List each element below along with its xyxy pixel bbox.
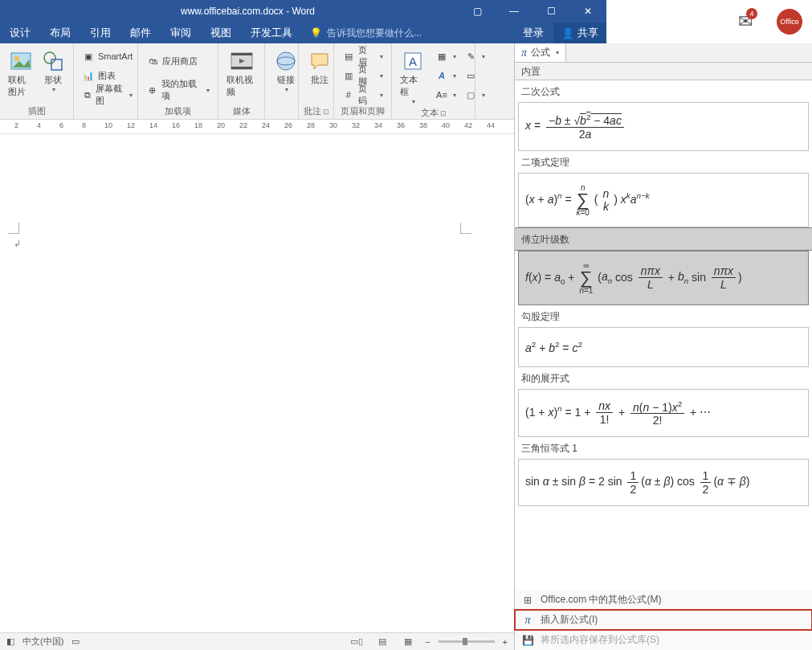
tab-developer[interactable]: 开发工具 [241, 22, 302, 43]
share-icon: 👤 [561, 27, 574, 39]
my-addins-button[interactable]: ⊕我的加载项▾ [143, 80, 213, 100]
maximize-button[interactable]: ☐ [532, 0, 569, 22]
tab-references[interactable]: 引用 [80, 22, 120, 43]
equation-quadratic-label: 二次公式 [515, 80, 812, 102]
group-addins-label: 加载项 [165, 105, 191, 117]
chevron-down-icon: ▾ [52, 86, 55, 93]
wordart-button[interactable]: A▾ [432, 66, 459, 85]
group-headerfooter-label: 页眉和页脚 [341, 105, 385, 117]
textbox-icon: A [400, 48, 426, 74]
signature-icon: ✎ [464, 50, 477, 63]
equation-dropdown-button[interactable]: π 公式 ▾ [515, 43, 566, 62]
screenshot-button[interactable]: ⧉屏幕截图▾ [79, 85, 136, 104]
ruler-tick: 20 [217, 121, 225, 129]
ruler-tick: 26 [284, 121, 292, 129]
store-button[interactable]: 🛍应用商店 [143, 51, 213, 71]
tab-mailings[interactable]: 邮件 [120, 22, 161, 43]
web-layout-button[interactable]: ▦ [399, 636, 417, 648]
window-title: www.officebai.com.docx - Word [37, 6, 459, 17]
quickparts-button[interactable]: ▦▾ [432, 47, 459, 66]
page-corner [8, 223, 19, 234]
zoom-out-button[interactable]: − [425, 637, 430, 647]
ruler-tick: 30 [329, 121, 337, 129]
svg-point-7 [277, 52, 295, 70]
equation-insert-new[interactable]: π 插入新公式(I) [515, 610, 812, 630]
page-corner [460, 223, 471, 234]
object-button[interactable]: ▢▾ [461, 85, 488, 104]
language-status[interactable]: 中文(中国) [22, 636, 63, 648]
paragraph-mark: ↲ [14, 239, 21, 249]
tab-design[interactable]: 设计 [0, 22, 40, 43]
comment-button[interactable]: 批注 [304, 47, 336, 105]
pi-icon: π [521, 47, 527, 59]
save-icon: 💾 [521, 634, 534, 647]
macro-icon[interactable]: ▭ [71, 636, 80, 647]
ruler-tick: 32 [352, 121, 360, 129]
comment-icon [307, 48, 333, 74]
read-mode-button[interactable]: ▭▯ [348, 636, 365, 648]
equation-trig[interactable]: sin α ± sin β = 2 sin 12(α ± β) cos 12(α… [518, 459, 809, 506]
mail-notification[interactable]: ✉ 4 [738, 11, 753, 32]
equation-pythag-label: 勾股定理 [515, 305, 812, 327]
ruler-tick: 4 [37, 121, 41, 129]
tab-review[interactable]: 审阅 [161, 22, 201, 43]
login-link[interactable]: 登录 [513, 26, 553, 40]
tab-layout[interactable]: 布局 [40, 22, 80, 43]
group-comments-label: 批注 [304, 105, 321, 117]
equation-expand[interactable]: (1 + x)n = 1 + nx1! + n(n − 1)x22! + ⋯ [518, 389, 809, 438]
signature-button[interactable]: ✎▾ [461, 47, 488, 66]
picture-icon [8, 48, 34, 74]
smartart-button[interactable]: ▣SmartArt [79, 47, 136, 66]
share-button[interactable]: 👤 共享 [553, 22, 606, 43]
minimize-button[interactable]: — [496, 0, 532, 22]
chart-icon: 📊 [82, 69, 95, 82]
equation-expand-label: 和的展开式 [515, 367, 812, 389]
document-canvas[interactable]: ↲ [0, 134, 514, 626]
screenshot-icon: ⧉ [82, 88, 92, 101]
textbox-button[interactable]: A 文本框▾ [397, 47, 429, 107]
equation-trig-label: 三角恒等式 1 [515, 437, 812, 459]
office-badge[interactable]: Office [777, 9, 802, 35]
online-video-button[interactable]: 联机视频 [223, 47, 259, 105]
pagenum-icon: # [342, 88, 355, 101]
group-illustrations-label: 插图 [28, 105, 46, 117]
dropcap-button[interactable]: A≡▾ [432, 85, 459, 104]
ruler-tick: 10 [104, 121, 112, 129]
video-icon [229, 48, 255, 74]
header-icon: ▤ [342, 50, 355, 63]
object-icon: ▢ [464, 88, 477, 101]
ruler-tick: 38 [419, 121, 427, 129]
online-pictures-button[interactable]: 联机图片 [5, 47, 37, 105]
ribbon-collapse[interactable]: ▢ [459, 6, 496, 17]
svg-point-1 [14, 56, 19, 61]
section-icon[interactable]: ◧ [6, 636, 14, 647]
equation-binomial[interactable]: (x + a)n = n∑k=0 (nk) xkan−k [518, 173, 809, 227]
ruler-tick: 12 [127, 121, 135, 129]
ruler-tick: 2 [14, 121, 18, 129]
equation-fourier[interactable]: f(x) = a0 + ∞∑n=1 (an cos nπxL + bn sin … [518, 251, 809, 305]
links-button[interactable]: 链接▾ [270, 47, 302, 117]
shapes-button[interactable]: 形状 ▾ [37, 47, 69, 105]
svg-text:A: A [409, 55, 417, 68]
print-layout-button[interactable]: ▤ [373, 636, 391, 648]
horizontal-ruler[interactable]: 2468101214161820222426283032343638404244 [0, 120, 514, 134]
close-button[interactable]: ✕ [569, 0, 606, 22]
smartart-icon: ▣ [82, 50, 95, 63]
datetime-button[interactable]: ▭ [461, 66, 488, 85]
tab-view[interactable]: 视图 [201, 22, 241, 43]
equation-pythag[interactable]: a2 + b2 = c2 [518, 327, 809, 367]
store-icon: 🛍 [146, 55, 159, 67]
shapes-icon [40, 48, 66, 74]
ruler-tick: 44 [487, 121, 495, 129]
zoom-in-button[interactable]: + [503, 637, 508, 647]
svg-rect-5 [231, 53, 252, 55]
ruler-tick: 42 [464, 121, 472, 129]
equation-office-more[interactable]: ⊞ Office.com 中的其他公式(M) [515, 590, 812, 610]
tell-me-search[interactable]: 💡 告诉我您想要做什么... [302, 27, 513, 40]
chevron-down-icon: ▾ [556, 49, 559, 56]
equation-quadratic[interactable]: x = −b ± √b2 − 4ac2a [518, 102, 809, 151]
zoom-slider[interactable] [439, 640, 495, 643]
page-number-button[interactable]: #页码▾ [339, 85, 386, 104]
pi-icon: π [521, 614, 534, 627]
ruler-tick: 34 [374, 121, 382, 129]
